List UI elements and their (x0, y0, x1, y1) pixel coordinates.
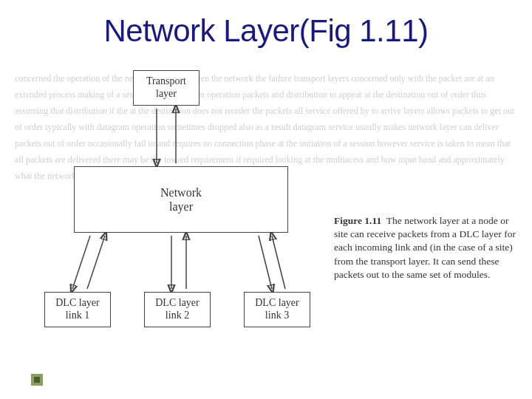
transport-label: Transportlayer (134, 75, 199, 100)
dlc-layer-link-3-box: DLC layerlink 3 (244, 292, 310, 327)
dlc-layer-link-1-box: DLC layerlink 1 (44, 292, 111, 327)
dlc-layer-link-2-box: DLC layerlink 2 (144, 292, 211, 327)
figure-diagram: Transportlayer Networklayer DLC layerlin… (44, 70, 340, 336)
svg-line-8 (259, 236, 272, 289)
page-title: Network Layer(Fig 1.11) (0, 13, 532, 49)
network-layer-box: Networklayer (74, 166, 288, 233)
dlc1-label: DLC layerlink 1 (45, 297, 110, 322)
svg-line-9 (272, 236, 285, 289)
transport-layer-box: Transportlayer (133, 70, 200, 106)
network-label: Networklayer (75, 185, 287, 214)
figure-number: Figure 1.11 (334, 215, 381, 226)
svg-rect-1 (34, 377, 40, 383)
dlc2-label: DLC layerlink 2 (145, 297, 210, 322)
svg-line-5 (87, 236, 105, 289)
bullet-icon (31, 374, 43, 386)
figure-caption: Figure 1.11 The network layer at a node … (332, 213, 517, 283)
svg-line-4 (72, 236, 90, 289)
dlc3-label: DLC layerlink 3 (245, 297, 310, 322)
